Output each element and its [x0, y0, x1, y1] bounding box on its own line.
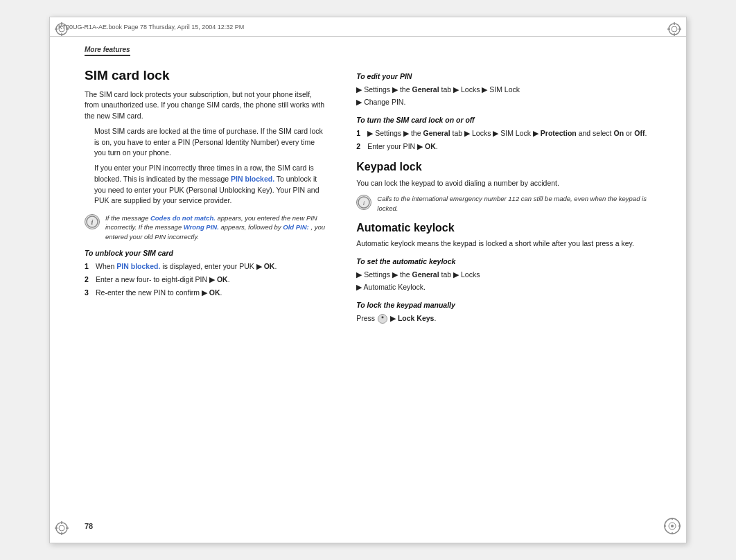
general-tab-highlight2: General	[423, 129, 450, 137]
crosshair-icon-top-right	[667, 21, 682, 37]
codes-not-match: Codes do not match.	[150, 214, 216, 222]
general-tab-highlight3: General	[412, 270, 439, 279]
info-icon-keypad: i	[356, 195, 371, 210]
step3: 3 Re-enter the new PIN to confirm ▶ OK.	[85, 288, 326, 299]
note-icon: i	[85, 214, 100, 229]
info-box-keypad: i Calls to the international emergency n…	[356, 194, 651, 213]
svg-point-0	[56, 24, 67, 35]
note-box: i If the message Codes do not match. app…	[85, 213, 326, 241]
edit-pin-steps: ▶ Settings ▶ the General tab ▶ Locks ▶ S…	[356, 85, 651, 108]
svg-text:i: i	[363, 200, 365, 207]
lock-manual-para: Press * ▶ Lock Keys.	[356, 313, 651, 324]
sim-para3: If you enter your PIN incorrectly three …	[94, 163, 326, 207]
edit-pin-arrow2-content: ▶ Change PIN.	[356, 97, 651, 108]
off-option: Off	[634, 129, 645, 137]
top-bar-text: K700UG-R1A-AE.book Page 78 Thursday, Apr…	[58, 24, 244, 30]
sim-para1: The SIM card lock protects your subscrip…	[85, 89, 326, 122]
on-option: On	[613, 129, 624, 137]
set-auto-keylock-title: To set the automatic keylock	[356, 256, 651, 267]
svg-point-7	[672, 26, 677, 32]
sim-lock-step1-content: ▶ Settings ▶ the General tab ▶ Locks ▶ S…	[367, 128, 651, 139]
svg-point-1	[59, 26, 64, 32]
ok-step2: OK	[217, 275, 228, 283]
content-area: SIM card lock The SIM card lock protects…	[50, 37, 686, 543]
ok-step1: OK	[264, 262, 275, 270]
crosshair-icon-top-left	[54, 21, 69, 37]
edit-pin-title: To edit your PIN	[356, 71, 651, 82]
unblock-sim-proc-title: To unblock your SIM card	[85, 248, 326, 259]
sim-lock-steps: 1 ▶ Settings ▶ the General tab ▶ Locks ▶…	[356, 128, 651, 152]
keypad-lock-title: Keypad lock	[356, 159, 651, 175]
right-column: To edit your PIN ▶ Settings ▶ the Genera…	[342, 37, 686, 543]
info-keypad-text: Calls to the international emergency num…	[377, 194, 651, 213]
svg-point-6	[669, 24, 680, 35]
ok-step3: OK	[209, 288, 220, 297]
step2: 2 Enter a new four- to eight-digit PIN ▶…	[85, 274, 326, 286]
asterisk-key: *	[378, 314, 387, 324]
step1-content: When PIN blocked. is displayed, enter yo…	[96, 261, 326, 272]
auto-keylock-arrow1-content: ▶ Settings ▶ the General tab ▶ Locks	[356, 270, 651, 281]
page-number: 78	[85, 522, 93, 530]
ok-sim-lock: OK	[425, 142, 436, 150]
old-pin-highlight: Old PIN:	[283, 223, 308, 231]
auto-keylock-arrow2-content: ▶ Automatic Keylock.	[356, 282, 651, 293]
note-symbol-icon: i	[86, 216, 98, 228]
auto-keylock-para: Automatic keylock means the keypad is lo…	[356, 238, 651, 250]
unblock-steps: 1 When PIN blocked. is displayed, enter …	[85, 261, 326, 298]
protection-highlight: Protection	[541, 129, 577, 137]
svg-text:i: i	[91, 218, 94, 226]
edit-pin-arrow2: ▶ Change PIN.	[356, 97, 651, 108]
sim-lock-step2-content: Enter your PIN ▶ OK.	[367, 141, 651, 152]
page-container: K700UG-R1A-AE.book Page 78 Thursday, Apr…	[49, 17, 687, 543]
general-tab-highlight1: General	[412, 85, 439, 94]
note-text-content: If the message Codes do not match. appea…	[105, 213, 326, 241]
lock-keys-label: Lock Keys	[398, 314, 435, 322]
step2-content: Enter a new four- to eight-digit PIN ▶ O…	[96, 274, 326, 286]
pin-blocked-highlight: PIN blocked.	[231, 175, 274, 183]
left-column: SIM card lock The SIM card lock protects…	[50, 37, 342, 543]
sim-lock-step1: 1 ▶ Settings ▶ the General tab ▶ Locks ▶…	[356, 128, 651, 139]
edit-pin-arrow1: ▶ Settings ▶ the General tab ▶ Locks ▶ S…	[356, 85, 651, 96]
sim-lock-toggle-title: To turn the SIM card lock on or off	[356, 115, 651, 125]
step1: 1 When PIN blocked. is displayed, enter …	[85, 261, 326, 272]
keypad-para: You can lock the keypad to avoid dialing…	[356, 178, 651, 189]
sim-lock-step2: 2 Enter your PIN ▶ OK.	[356, 141, 651, 152]
auto-keylock-steps: ▶ Settings ▶ the General tab ▶ Locks ▶ A…	[356, 270, 651, 293]
wrong-pin-highlight: Wrong PIN.	[184, 223, 219, 231]
info-symbol-icon: i	[358, 196, 370, 209]
sim-para2: Most SIM cards are locked at the time of…	[94, 126, 326, 159]
edit-pin-arrow1-content: ▶ Settings ▶ the General tab ▶ Locks ▶ S…	[356, 85, 651, 96]
step3-content: Re-enter the new PIN to confirm ▶ OK.	[96, 288, 326, 299]
pin-blocked-step1: PIN blocked.	[116, 262, 160, 270]
auto-keylock-arrow1: ▶ Settings ▶ the General tab ▶ Locks	[356, 270, 651, 281]
auto-keylock-title: Automatic keylock	[356, 220, 651, 236]
auto-keylock-arrow2: ▶ Automatic Keylock.	[356, 282, 651, 293]
sim-card-lock-title: SIM card lock	[85, 66, 326, 85]
lock-manual-title: To lock the keypad manually	[356, 300, 651, 310]
top-bar: K700UG-R1A-AE.book Page 78 Thursday, Apr…	[50, 17, 686, 37]
